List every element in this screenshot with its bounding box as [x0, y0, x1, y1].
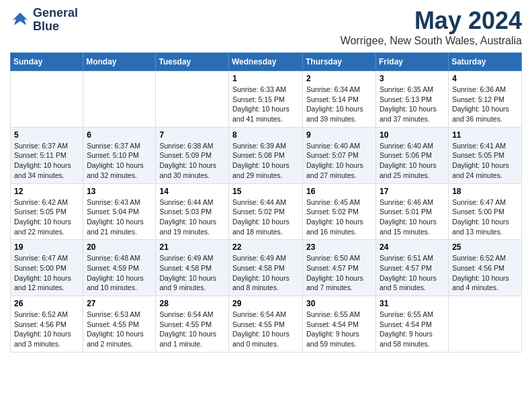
day-number: 2 [306, 74, 372, 83]
calendar-table: SundayMondayTuesdayWednesdayThursdayFrid… [10, 52, 522, 353]
day-cell: 1Sunrise: 6:33 AM Sunset: 5:15 PM Daylig… [229, 71, 303, 128]
day-info: Sunrise: 6:35 AM Sunset: 5:13 PM Dayligh… [380, 85, 445, 124]
calendar-header-row: SundayMondayTuesdayWednesdayThursdayFrid… [11, 53, 522, 71]
day-number: 6 [87, 130, 152, 140]
day-info: Sunrise: 6:44 AM Sunset: 5:02 PM Dayligh… [232, 197, 299, 237]
day-info: Sunrise: 6:48 AM Sunset: 4:59 PM Dayligh… [87, 253, 152, 293]
week-row-4: 19Sunrise: 6:47 AM Sunset: 5:00 PM Dayli… [11, 240, 522, 296]
col-header-friday: Friday [376, 53, 449, 71]
day-info: Sunrise: 6:52 AM Sunset: 4:56 PM Dayligh… [452, 253, 518, 293]
day-cell: 4Sunrise: 6:36 AM Sunset: 5:12 PM Daylig… [449, 71, 522, 128]
week-row-1: 1Sunrise: 6:33 AM Sunset: 5:15 PM Daylig… [11, 71, 522, 128]
day-cell: 3Sunrise: 6:35 AM Sunset: 5:13 PM Daylig… [376, 71, 449, 128]
day-info: Sunrise: 6:50 AM Sunset: 4:57 PM Dayligh… [306, 253, 372, 293]
day-cell: 22Sunrise: 6:49 AM Sunset: 4:58 PM Dayli… [229, 240, 303, 296]
day-info: Sunrise: 6:42 AM Sunset: 5:05 PM Dayligh… [14, 197, 79, 237]
day-number: 10 [380, 130, 445, 140]
day-info: Sunrise: 6:40 AM Sunset: 5:07 PM Dayligh… [306, 141, 372, 181]
day-number: 19 [14, 242, 79, 252]
day-cell [11, 71, 83, 128]
day-cell [156, 71, 229, 128]
day-cell: 6Sunrise: 6:37 AM Sunset: 5:10 PM Daylig… [83, 127, 156, 183]
day-info: Sunrise: 6:47 AM Sunset: 5:00 PM Dayligh… [452, 197, 518, 237]
day-cell: 29Sunrise: 6:54 AM Sunset: 4:55 PM Dayli… [229, 296, 303, 353]
week-row-2: 5Sunrise: 6:37 AM Sunset: 5:11 PM Daylig… [11, 127, 522, 183]
day-number: 11 [452, 130, 518, 140]
day-number: 27 [87, 299, 152, 308]
day-cell: 10Sunrise: 6:40 AM Sunset: 5:06 PM Dayli… [376, 127, 449, 183]
day-number: 22 [232, 242, 299, 252]
day-number: 26 [14, 299, 79, 308]
day-number: 1 [232, 74, 299, 83]
day-cell: 18Sunrise: 6:47 AM Sunset: 5:00 PM Dayli… [449, 183, 522, 240]
day-cell: 5Sunrise: 6:37 AM Sunset: 5:11 PM Daylig… [11, 127, 83, 183]
logo-icon [10, 10, 30, 30]
day-cell: 8Sunrise: 6:39 AM Sunset: 5:08 PM Daylig… [229, 127, 303, 183]
day-cell: 13Sunrise: 6:43 AM Sunset: 5:04 PM Dayli… [83, 183, 156, 240]
day-number: 21 [159, 242, 225, 252]
svg-marker-0 [13, 13, 28, 26]
day-number: 13 [87, 187, 152, 196]
day-number: 29 [232, 299, 299, 308]
day-info: Sunrise: 6:46 AM Sunset: 5:01 PM Dayligh… [380, 197, 445, 237]
day-number: 20 [87, 242, 152, 252]
day-cell: 26Sunrise: 6:52 AM Sunset: 4:56 PM Dayli… [11, 296, 83, 353]
day-cell: 21Sunrise: 6:49 AM Sunset: 4:58 PM Dayli… [156, 240, 229, 296]
day-number: 5 [14, 130, 79, 140]
day-cell [449, 296, 522, 353]
calendar-subtitle: Worrigee, New South Wales, Australia [341, 35, 522, 47]
day-info: Sunrise: 6:45 AM Sunset: 5:02 PM Dayligh… [306, 197, 372, 237]
day-number: 24 [380, 242, 445, 252]
day-info: Sunrise: 6:54 AM Sunset: 4:55 PM Dayligh… [159, 310, 225, 349]
day-info: Sunrise: 6:49 AM Sunset: 4:58 PM Dayligh… [232, 253, 299, 293]
title-block: May 2024 Worrigee, New South Wales, Aust… [341, 7, 522, 47]
day-cell: 12Sunrise: 6:42 AM Sunset: 5:05 PM Dayli… [11, 183, 83, 240]
day-info: Sunrise: 6:43 AM Sunset: 5:04 PM Dayligh… [87, 197, 152, 237]
day-cell: 27Sunrise: 6:53 AM Sunset: 4:55 PM Dayli… [83, 296, 156, 353]
day-cell: 15Sunrise: 6:44 AM Sunset: 5:02 PM Dayli… [229, 183, 303, 240]
col-header-saturday: Saturday [449, 53, 522, 71]
day-cell: 7Sunrise: 6:38 AM Sunset: 5:09 PM Daylig… [156, 127, 229, 183]
day-number: 3 [380, 74, 445, 83]
logo-text: General Blue [33, 7, 78, 34]
day-info: Sunrise: 6:55 AM Sunset: 4:54 PM Dayligh… [306, 310, 372, 349]
calendar-title: May 2024 [341, 7, 522, 35]
day-info: Sunrise: 6:33 AM Sunset: 5:15 PM Dayligh… [232, 85, 299, 124]
day-number: 25 [452, 242, 518, 252]
day-number: 15 [232, 187, 299, 196]
day-info: Sunrise: 6:37 AM Sunset: 5:10 PM Dayligh… [87, 141, 152, 181]
day-cell [83, 71, 156, 128]
day-cell: 23Sunrise: 6:50 AM Sunset: 4:57 PM Dayli… [303, 240, 376, 296]
day-cell: 30Sunrise: 6:55 AM Sunset: 4:54 PM Dayli… [303, 296, 376, 353]
day-cell: 24Sunrise: 6:51 AM Sunset: 4:57 PM Dayli… [376, 240, 449, 296]
day-info: Sunrise: 6:49 AM Sunset: 4:58 PM Dayligh… [159, 253, 225, 293]
day-info: Sunrise: 6:47 AM Sunset: 5:00 PM Dayligh… [14, 253, 79, 293]
day-number: 9 [306, 130, 372, 140]
day-cell: 14Sunrise: 6:44 AM Sunset: 5:03 PM Dayli… [156, 183, 229, 240]
day-cell: 17Sunrise: 6:46 AM Sunset: 5:01 PM Dayli… [376, 183, 449, 240]
day-number: 28 [159, 299, 225, 308]
day-info: Sunrise: 6:38 AM Sunset: 5:09 PM Dayligh… [159, 141, 225, 181]
col-header-monday: Monday [83, 53, 156, 71]
page-header: General Blue May 2024 Worrigee, New Sout… [10, 7, 522, 47]
day-number: 7 [159, 130, 225, 140]
day-cell: 31Sunrise: 6:55 AM Sunset: 4:54 PM Dayli… [376, 296, 449, 353]
day-info: Sunrise: 6:44 AM Sunset: 5:03 PM Dayligh… [159, 197, 225, 237]
day-cell: 28Sunrise: 6:54 AM Sunset: 4:55 PM Dayli… [156, 296, 229, 353]
day-info: Sunrise: 6:37 AM Sunset: 5:11 PM Dayligh… [14, 141, 79, 181]
day-number: 30 [306, 299, 372, 308]
day-cell: 20Sunrise: 6:48 AM Sunset: 4:59 PM Dayli… [83, 240, 156, 296]
col-header-sunday: Sunday [11, 53, 83, 71]
day-info: Sunrise: 6:41 AM Sunset: 5:05 PM Dayligh… [452, 141, 518, 181]
day-info: Sunrise: 6:34 AM Sunset: 5:14 PM Dayligh… [306, 85, 372, 124]
day-number: 12 [14, 187, 79, 196]
day-number: 14 [159, 187, 225, 196]
day-number: 23 [306, 242, 372, 252]
day-cell: 16Sunrise: 6:45 AM Sunset: 5:02 PM Dayli… [303, 183, 376, 240]
day-info: Sunrise: 6:39 AM Sunset: 5:08 PM Dayligh… [232, 141, 299, 181]
day-number: 4 [452, 74, 518, 83]
day-cell: 11Sunrise: 6:41 AM Sunset: 5:05 PM Dayli… [449, 127, 522, 183]
day-info: Sunrise: 6:52 AM Sunset: 4:56 PM Dayligh… [14, 310, 79, 349]
day-info: Sunrise: 6:55 AM Sunset: 4:54 PM Dayligh… [380, 310, 445, 349]
day-number: 18 [452, 187, 518, 196]
